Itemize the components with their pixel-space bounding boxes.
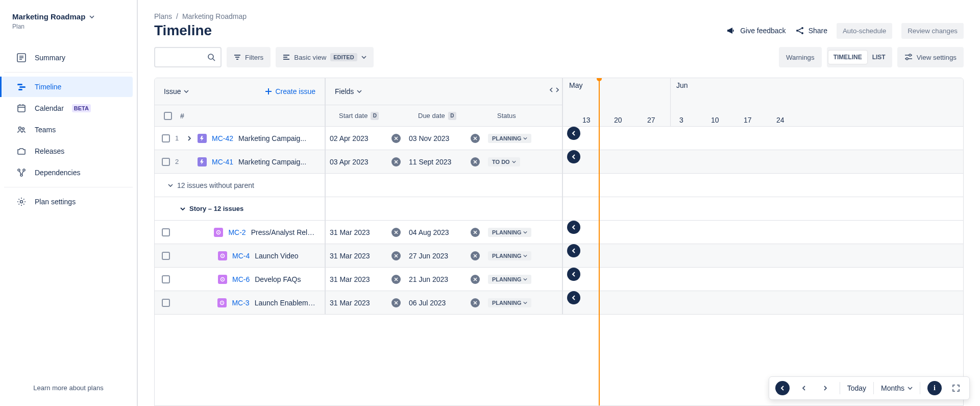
info-button[interactable]: i [927, 381, 942, 395]
issue-key[interactable]: MC-4 [232, 252, 250, 260]
issue-key[interactable]: MC-41 [212, 158, 233, 166]
subgroup-toggle[interactable]: Story – 12 issues [155, 205, 325, 212]
learn-more-link[interactable]: Learn more about plans [0, 376, 137, 400]
sidebar-item-summary[interactable]: Summary [4, 47, 133, 68]
start-date-cell[interactable]: 31 Mar 2023 [326, 228, 405, 237]
sidebar-item-dependencies[interactable]: Dependencies [4, 162, 133, 183]
clear-icon[interactable] [471, 134, 480, 143]
start-date-cell[interactable]: 31 Mar 2023 [326, 298, 405, 307]
nav-divider [4, 72, 133, 73]
give-feedback-button[interactable]: Give feedback [726, 26, 786, 36]
clear-icon[interactable] [471, 251, 480, 260]
row-number: 1 [175, 134, 182, 142]
clear-icon[interactable] [471, 228, 480, 237]
timeline-toggle[interactable]: TIMELINE [828, 51, 867, 64]
scroll-to-bar-button[interactable] [567, 221, 580, 234]
svg-line-22 [798, 29, 801, 30]
today-button[interactable]: Today [847, 384, 866, 392]
list-toggle[interactable]: LIST [867, 51, 891, 64]
breadcrumb-root[interactable]: Plans [154, 12, 172, 20]
clear-icon[interactable] [391, 228, 401, 237]
row-checkbox[interactable] [162, 252, 170, 260]
sidebar-item-timeline[interactable]: Timeline [0, 77, 133, 97]
sidebar-item-releases[interactable]: Releases [4, 141, 133, 161]
scroll-to-bar-button[interactable] [567, 127, 580, 140]
issue-key[interactable]: MC-6 [232, 275, 250, 283]
issue-summary[interactable]: Develop FAQs [255, 275, 301, 283]
status-chip[interactable]: PLANNING [488, 298, 531, 307]
clear-icon[interactable] [391, 134, 401, 143]
due-date-cell[interactable]: 21 Jun 2023 [405, 275, 484, 284]
share-button[interactable]: Share [795, 26, 827, 35]
row-checkbox[interactable] [162, 228, 170, 236]
svg-rect-5 [19, 86, 26, 88]
sidebar-item-calendar[interactable]: Calendar BETA [4, 98, 133, 118]
issue-column-header[interactable]: Issue [164, 87, 189, 95]
start-date-cell[interactable]: 31 Mar 2023 [326, 275, 405, 284]
scroll-to-bar-button[interactable] [567, 244, 580, 257]
filters-button[interactable]: Filters [227, 47, 271, 67]
status-chip[interactable]: PLANNING [488, 251, 531, 260]
clear-icon[interactable] [391, 298, 401, 307]
clear-icon[interactable] [391, 157, 401, 166]
scroll-to-bar-button[interactable] [567, 268, 580, 281]
issue-summary[interactable]: Marketing Campaig... [238, 134, 306, 142]
view-settings-button[interactable]: View settings [897, 47, 964, 67]
issue-key[interactable]: MC-2 [228, 228, 246, 236]
nav-divider [4, 187, 133, 187]
scroll-left-button[interactable] [775, 381, 790, 395]
prev-button[interactable] [797, 381, 811, 395]
review-changes-button[interactable]: Review changes [901, 23, 964, 39]
due-date-cell[interactable]: 06 Jul 2023 [405, 298, 484, 307]
next-button[interactable] [818, 381, 832, 395]
start-date-cell[interactable]: 31 Mar 2023 [326, 251, 405, 260]
clear-icon[interactable] [471, 157, 480, 166]
start-date-cell[interactable]: 03 Apr 2023 [326, 157, 405, 166]
svg-point-47 [218, 232, 219, 233]
clear-icon[interactable] [471, 298, 480, 307]
due-date-cell[interactable]: 11 Sept 2023 [405, 157, 484, 166]
warnings-button[interactable]: Warnings [779, 47, 822, 67]
story-icon [218, 275, 227, 284]
scroll-to-bar-button[interactable] [567, 150, 580, 163]
status-chip[interactable]: PLANNING [488, 228, 531, 237]
table-row: MC-4Launch Video31 Mar 202327 Jun 2023PL… [155, 244, 963, 268]
due-date-cell[interactable]: 27 Jun 2023 [405, 251, 484, 260]
clear-icon[interactable] [391, 275, 401, 284]
collapse-fields-icon[interactable] [550, 86, 559, 93]
start-date-cell[interactable]: 02 Apr 2023 [326, 134, 405, 143]
status-chip[interactable]: PLANNING [488, 134, 531, 143]
issue-summary[interactable]: Launch Enablement [255, 299, 317, 307]
status-chip[interactable]: TO DO [488, 157, 520, 166]
basic-view-button[interactable]: Basic view EDITED [276, 47, 373, 67]
auto-schedule-button[interactable]: Auto-schedule [837, 23, 892, 39]
row-checkbox[interactable] [162, 275, 170, 283]
issue-summary[interactable]: Marketing Campaig... [238, 158, 306, 166]
fullscreen-button[interactable] [949, 381, 963, 395]
chevron-right-icon[interactable] [187, 136, 191, 141]
row-checkbox[interactable] [162, 299, 170, 307]
group-toggle[interactable]: 12 issues without parent [155, 181, 325, 189]
issue-summary[interactable]: Launch Video [255, 252, 298, 260]
row-checkbox[interactable] [162, 134, 170, 142]
scroll-to-bar-button[interactable] [567, 291, 580, 304]
scale-dropdown[interactable]: Months [881, 384, 913, 392]
issue-key[interactable]: MC-42 [212, 134, 233, 142]
clear-icon[interactable] [391, 251, 401, 260]
breadcrumb-current[interactable]: Marketing Roadmap [182, 12, 247, 20]
issue-key[interactable]: MC-3 [232, 299, 249, 307]
row-checkbox[interactable] [162, 158, 170, 166]
sidebar-item-teams[interactable]: Teams [4, 120, 133, 140]
create-issue-button[interactable]: Create issue [265, 87, 315, 95]
issue-summary[interactable]: Press/Analyst Relations [251, 228, 317, 236]
status-chip[interactable]: PLANNING [488, 275, 531, 284]
due-date-cell[interactable]: 03 Nov 2023 [405, 134, 484, 143]
table-row: MC-2Press/Analyst Relations31 Mar 202304… [155, 221, 963, 244]
due-date-cell[interactable]: 04 Aug 2023 [405, 228, 484, 237]
clear-icon[interactable] [471, 275, 480, 284]
search-input[interactable] [154, 47, 222, 67]
plan-switcher[interactable]: Marketing Roadmap [12, 12, 125, 21]
select-all-checkbox[interactable] [164, 112, 172, 120]
sidebar-item-settings[interactable]: Plan settings [4, 192, 133, 212]
fields-column-header[interactable]: Fields [335, 87, 362, 95]
